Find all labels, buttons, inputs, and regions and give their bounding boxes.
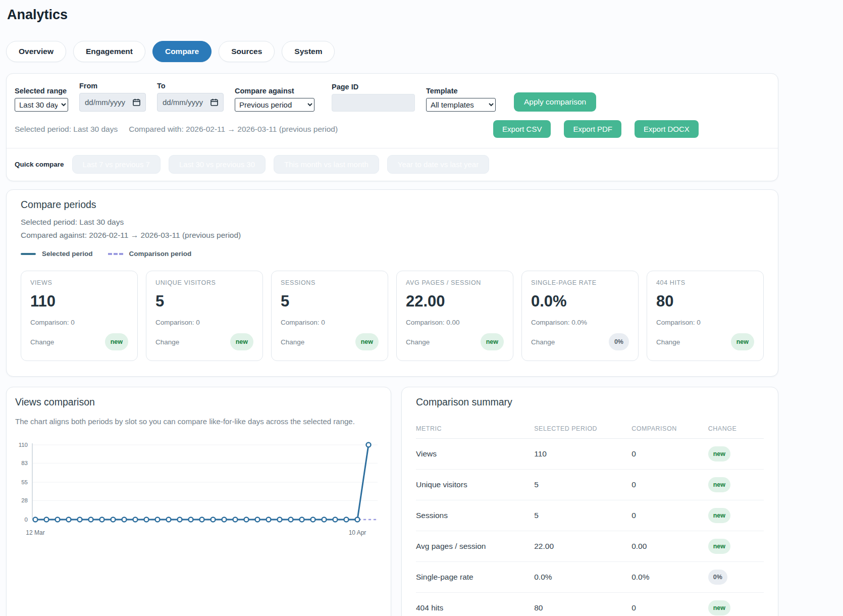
views-comparison-subtitle: The chart aligns both periods by slot so… [15,417,382,426]
quick-compare-buttons: Last 7 vs previous 7Last 30 vs previous … [72,155,490,174]
to-date-placeholder: dd/mm/yyyy [163,98,203,107]
selected-range-field: Selected range Last 30 days [15,87,68,112]
metric-comparison: Comparison: 0 [30,319,128,326]
comparison-summary-card: Comparison summary METRIC SELECTED PERIO… [401,387,778,616]
export-pdf-button[interactable]: Export PDF [564,120,621,138]
quick-compare-last-30-vs-previous-30[interactable]: Last 30 vs previous 30 [169,155,266,174]
to-label: To [157,82,224,90]
metric-value: 5 [155,292,253,311]
metric-value: 5 [281,292,379,311]
cell-selected: 0.0% [534,562,631,593]
col-metric: METRIC [416,418,534,439]
metric-card-404-hits: 404 HITS80Comparison: 0Changenew [647,271,764,361]
template-label: Template [426,87,496,95]
metric-card-avg-pages-session: AVG PAGES / SESSION22.00Comparison: 0.00… [396,271,513,361]
page-id-field: Page ID [332,83,415,112]
metric-change-label: Change [656,338,680,346]
page-title: Analytics [7,7,778,23]
svg-text:83: 83 [21,460,28,466]
metric-card-unique-visitors: UNIQUE VISITORS5Comparison: 0Changenew [146,271,263,361]
metric-change-row: Change0% [531,333,629,350]
change-badge: 0% [609,333,629,350]
metric-change-label: Change [281,338,304,346]
metric-change-label: Change [155,338,179,346]
metric-label: AVG PAGES / SESSION [406,279,504,286]
selected-range-select[interactable]: Last 30 days [15,98,68,112]
change-badge: new [355,333,379,350]
cell-selected: 80 [534,593,631,616]
metric-change-row: Changenew [656,333,754,350]
export-docx-button[interactable]: Export DOCX [635,120,699,138]
cell-comparison: 0 [631,470,708,500]
change-badge: new [708,600,730,615]
metric-comparison: Comparison: 0 [155,319,253,326]
tab-overview[interactable]: Overview [6,41,66,62]
from-date-field: From dd/mm/yyyy [79,82,146,112]
tab-sources[interactable]: Sources [219,41,275,62]
compare-against-select[interactable]: Previous period [235,98,314,112]
tab-engagement[interactable]: Engagement [73,41,145,62]
cell-selected: 5 [534,470,631,500]
metric-change-row: Changenew [30,333,128,350]
template-field: Template All templates [426,87,496,112]
status-row: Selected period: Last 30 days Compared w… [15,120,770,138]
col-selected-period: SELECTED PERIOD [534,418,631,439]
table-row-404-hits: 404 hits800new [416,593,764,616]
filter-row: Selected range Last 30 days From dd/mm/y… [15,82,770,112]
quick-compare-row: Quick compare Last 7 vs previous 7Last 3… [15,148,770,174]
metric-comparison: Comparison: 0.00 [406,319,504,326]
status-selected-period: Selected period: Last 30 days [15,125,118,134]
change-badge: new [481,333,504,350]
page-id-label: Page ID [332,83,415,91]
metric-change-label: Change [30,338,54,346]
quick-compare-year-to-date-vs-last-year[interactable]: Year to date vs last year [387,155,489,174]
tab-bar: OverviewEngagementCompareSourcesSystem [6,41,778,62]
bottom-row: Views comparison The chart aligns both p… [6,387,778,616]
page-id-input[interactable] [332,94,415,112]
export-csv-button[interactable]: Export CSV [493,120,551,138]
cell-metric: Views [416,439,534,470]
dashed-line-swatch-icon [108,253,123,255]
col-change: CHANGE [708,418,764,439]
table-row-unique-visitors: Unique visitors50new [416,470,764,500]
compared-against-text: Compared against: 2026-02-11 → 2026-03-1… [21,231,764,240]
apply-comparison-button[interactable]: Apply comparison [514,92,596,112]
cell-comparison: 0 [631,500,708,531]
tab-compare[interactable]: Compare [152,41,212,62]
metric-change-row: Changenew [155,333,253,350]
metric-comparison: Comparison: 0 [656,319,754,326]
quick-compare-last-7-vs-previous-7[interactable]: Last 7 vs previous 7 [72,155,161,174]
template-select[interactable]: All templates [426,98,496,112]
metric-comparison: Comparison: 0.0% [531,319,629,326]
metric-value: 22.00 [406,292,504,311]
table-row-single-page-rate: Single-page rate0.0%0.0%0% [416,562,764,593]
cell-selected: 110 [534,439,631,470]
table-row-avg-pages-session: Avg pages / session22.000.00new [416,531,764,562]
solid-line-swatch-icon [21,253,36,255]
compare-periods-title: Compare periods [21,199,764,211]
metric-change-label: Change [531,338,555,346]
metric-comparison: Comparison: 0 [281,319,379,326]
svg-text:12 Mar: 12 Mar [26,529,44,536]
selected-period-text: Selected period: Last 30 days [21,218,764,227]
metric-card-views: VIEWS110Comparison: 0Changenew [21,271,138,361]
cell-comparison: 0 [631,593,708,616]
cell-comparison: 0.00 [631,531,708,562]
change-badge: new [731,333,754,350]
metric-label: VIEWS [30,279,128,286]
tab-system[interactable]: System [282,41,335,62]
cell-metric: Avg pages / session [416,531,534,562]
from-date-input[interactable]: dd/mm/yyyy [79,93,146,112]
svg-text:10 Apr: 10 Apr [349,529,366,536]
metric-value: 110 [30,292,128,311]
metric-label: SESSIONS [281,279,379,286]
quick-compare-label: Quick compare [15,161,64,168]
quick-compare-this-month-vs-last-month[interactable]: This month vs last month [274,155,379,174]
cell-metric: Sessions [416,500,534,531]
to-date-input[interactable]: dd/mm/yyyy [157,93,224,112]
metric-value: 80 [656,292,754,311]
export-button-group: Export CSVExport PDFExport DOCX [493,120,699,138]
metric-change-row: Changenew [281,333,379,350]
metric-label: 404 HITS [656,279,754,286]
legend-comparison-period: Comparison period [108,250,192,258]
